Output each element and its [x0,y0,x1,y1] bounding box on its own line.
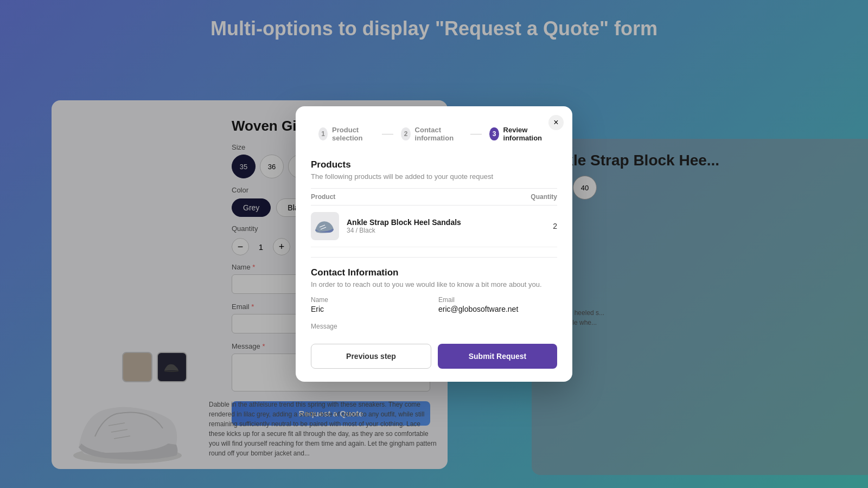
modal-overlay: × 1 Product selection 2 Contact informat… [0,0,868,488]
contact-grid: Name Eric Email eric@globosoftware.net [311,296,557,313]
step-1-label: Product selection [332,126,374,142]
products-description: The following products will be added to … [311,172,557,181]
step-2-number: 2 [401,127,410,140]
contact-name-label: Name [311,296,430,304]
step-2-label: Contact information [415,126,463,142]
contact-description: In order to to reach out to you we would… [311,280,557,288]
step-divider-1 [382,134,394,134]
products-title: Products [311,159,557,170]
previous-step-button[interactable]: Previous step [311,344,431,369]
table-row: Ankle Strap Block Heel Sandals 34 / Blac… [311,206,557,247]
contact-name-value: Eric [311,305,430,313]
product-thumb-icon [314,217,336,235]
message-section: Message [311,321,557,331]
product-table: Product Quantity Ankle Strap Block Heel … [311,188,557,247]
message-label: Message [311,323,337,330]
step-divider-2 [470,134,482,134]
product-info: Ankle Strap Block Heel Sandals 34 / Blac… [347,218,553,234]
contact-title: Contact Information [311,267,557,278]
contact-email-value: eric@globosoftware.net [438,305,557,313]
step-3-label: Review information [503,126,550,142]
header-product: Product [311,193,335,201]
step-3-number: 3 [489,127,499,140]
steps-bar: 1 Product selection 2 Contact informatio… [311,121,557,146]
product-item-quantity: 2 [553,222,557,230]
step-3: 3 Review information [482,121,557,146]
contact-name-field: Name Eric [311,296,430,313]
step-1-number: 1 [318,127,328,140]
submit-request-button[interactable]: Submit Request [438,344,557,369]
products-section: Products The following products will be … [311,159,557,247]
step-1: 1 Product selection [311,121,382,146]
table-header: Product Quantity [311,189,557,206]
product-thumbnail [311,212,339,240]
modal-close-button[interactable]: × [548,115,564,130]
contact-email-field: Email eric@globosoftware.net [438,296,557,313]
product-item-variant: 34 / Black [347,227,553,234]
step-2: 2 Contact information [393,121,470,146]
header-quantity: Quantity [531,193,557,201]
contact-section: Contact Information In order to to reach… [311,257,557,331]
review-modal: × 1 Product selection 2 Contact informat… [296,106,572,382]
contact-email-label: Email [438,296,557,304]
product-item-name: Ankle Strap Block Heel Sandals [347,218,553,227]
modal-footer: Previous step Submit Request [311,344,557,369]
